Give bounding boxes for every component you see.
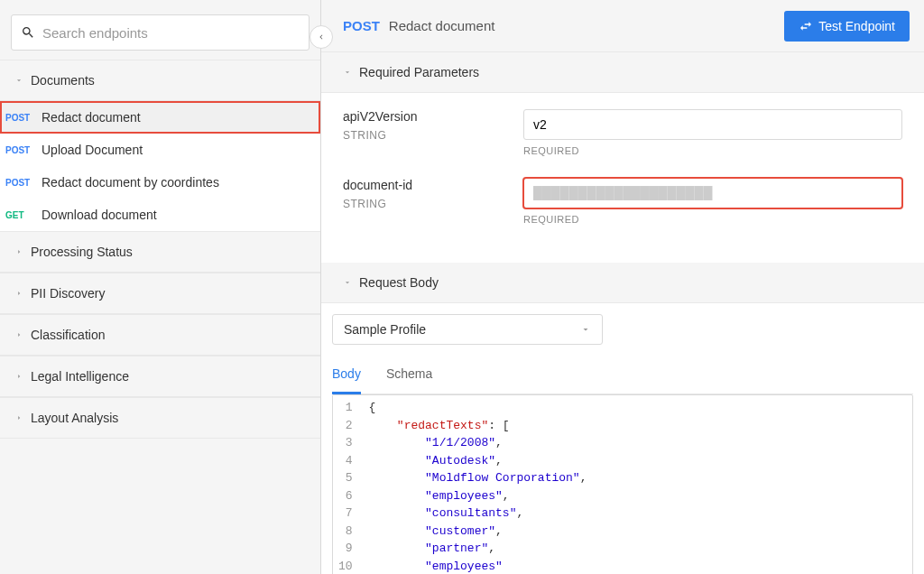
param-type: STRING xyxy=(343,198,523,210)
search-icon xyxy=(21,25,35,40)
test-endpoint-button[interactable]: Test Endpoint xyxy=(784,11,910,42)
endpoint-label: Redact document xyxy=(42,110,141,125)
endpoint-label: Download document xyxy=(42,208,157,222)
required-params-body: apiV2VersionSTRINGREQUIREDdocument-idSTR… xyxy=(321,93,924,263)
sidebar-group-classification[interactable]: Classification xyxy=(0,314,320,356)
chevron-down-icon xyxy=(343,278,352,287)
sidebar-group-pii-discovery[interactable]: PII Discovery xyxy=(0,273,320,314)
endpoint-redact-document-by-coordintes[interactable]: POSTRedact document by coordintes xyxy=(0,166,320,199)
chevron-left-icon xyxy=(317,32,326,42)
tab-schema[interactable]: Schema xyxy=(386,359,432,394)
main: POST Redact document Test Endpoint Requi… xyxy=(321,0,924,574)
param-input-apiV2Version[interactable] xyxy=(523,109,902,140)
chevron-right-icon xyxy=(14,372,23,381)
endpoint-upload-document[interactable]: POSTUpload Document xyxy=(0,134,320,166)
param-name: apiV2Version xyxy=(343,109,523,124)
sidebar-group-label: Processing Status xyxy=(31,245,133,259)
method-badge: POST xyxy=(5,145,34,155)
method-badge: GET xyxy=(5,210,34,220)
sidebar-group-label: PII Discovery xyxy=(31,286,105,301)
code-editor[interactable]: 12345678910111213 { "redactTexts": [ "1/… xyxy=(332,394,913,574)
body-tabs: BodySchema xyxy=(332,359,913,394)
test-endpoint-label: Test Endpoint xyxy=(818,19,895,33)
param-required-label: REQUIRED xyxy=(523,145,902,156)
main-header: POST Redact document Test Endpoint xyxy=(321,0,924,52)
section-required-params-title: Required Parameters xyxy=(359,65,479,79)
search-input[interactable] xyxy=(42,25,300,41)
sidebar-group-label: Layout Analysis xyxy=(31,411,118,425)
sidebar-group-processing-status[interactable]: Processing Status xyxy=(0,231,320,273)
chevron-right-icon xyxy=(14,289,23,298)
section-request-body-header[interactable]: Request Body xyxy=(321,263,924,303)
param-name: document-id xyxy=(343,178,523,192)
chevron-right-icon xyxy=(14,247,23,256)
endpoint-label: Redact document by coordintes xyxy=(42,175,219,190)
param-row-document-id: document-idSTRINGREQUIRED xyxy=(343,178,902,225)
code-content[interactable]: { "redactTexts": [ "1/1/2008", "Autodesk… xyxy=(362,395,912,574)
section-request-body-title: Request Body xyxy=(359,275,439,290)
sidebar-group-label: Classification xyxy=(31,328,105,342)
request-body-section: Sample Profile BodySchema 12345678910111… xyxy=(321,303,924,574)
method-badge: POST xyxy=(5,178,34,188)
swap-icon xyxy=(799,19,813,33)
page-title: Redact document xyxy=(389,18,495,33)
sidebar-group-label: Legal Intelligence xyxy=(31,369,129,384)
endpoint-redact-document[interactable]: POSTRedact document xyxy=(0,101,320,134)
sidebar-group-layout-analysis[interactable]: Layout Analysis xyxy=(0,397,320,439)
profile-select[interactable]: Sample Profile xyxy=(332,314,603,345)
profile-select-value: Sample Profile xyxy=(344,322,426,337)
chevron-right-icon xyxy=(14,330,23,339)
sidebar-group-label: Documents xyxy=(31,73,95,88)
param-required-label: REQUIRED xyxy=(523,214,902,225)
chevron-down-icon xyxy=(580,324,591,335)
search-box[interactable] xyxy=(11,14,310,51)
chevron-right-icon xyxy=(14,413,23,422)
endpoint-label: Upload Document xyxy=(42,143,143,157)
code-gutter: 12345678910111213 xyxy=(333,395,362,574)
chevron-down-icon xyxy=(343,68,352,77)
section-required-params-header[interactable]: Required Parameters xyxy=(321,52,924,93)
param-type: STRING xyxy=(343,129,523,142)
search-wrap xyxy=(0,0,320,60)
sidebar-group-documents[interactable]: Documents xyxy=(0,60,320,101)
method-badge: POST xyxy=(5,113,34,123)
param-input-document-id[interactable] xyxy=(523,178,902,208)
sidebar: DocumentsPOSTRedact documentPOSTUpload D… xyxy=(0,0,321,574)
endpoint-download-document[interactable]: GETDownload document xyxy=(0,199,320,231)
tab-body[interactable]: Body xyxy=(332,359,361,394)
chevron-down-icon xyxy=(14,76,23,85)
header-method: POST xyxy=(343,18,380,33)
sidebar-group-legal-intelligence[interactable]: Legal Intelligence xyxy=(0,356,320,397)
param-row-apiV2Version: apiV2VersionSTRINGREQUIRED xyxy=(343,109,902,156)
collapse-sidebar-button[interactable] xyxy=(310,25,333,49)
